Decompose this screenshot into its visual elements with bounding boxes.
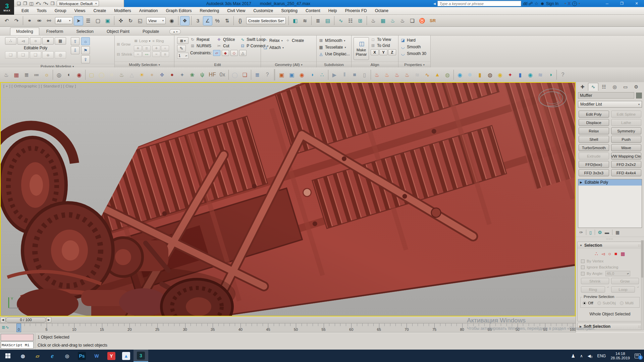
viewport[interactable]: [ + ] [ Orthographic ] [ Standard ] [ Cl… xyxy=(0,82,576,316)
clock[interactable]: 14:18 28.05.2019 xyxy=(610,352,630,360)
toggle-ribbon-button[interactable]: ▤ xyxy=(323,16,332,25)
modifier-button-shell[interactable]: Shell xyxy=(579,136,609,143)
modifier-button-push[interactable]: Push xyxy=(611,136,642,143)
favorites-star-icon[interactable]: ☆ xyxy=(535,1,539,6)
msmooth-button[interactable]: ⊞MSmooth▾ xyxy=(319,38,350,43)
menu-item[interactable]: Civil View xyxy=(223,7,249,14)
undo-icon[interactable]: ↶▾ xyxy=(36,1,41,6)
toggle-end-result-icon[interactable]: ☼ xyxy=(81,37,90,45)
selection-rollout-header[interactable]: ▼Selection∷ xyxy=(578,242,642,249)
modifier-button-ffd-3x3x3[interactable]: FFD 3x3x3 xyxy=(579,169,609,176)
maxscript-mini-listener[interactable]: MAXScript Mi xyxy=(1,342,34,349)
select-object-button[interactable]: ➤ xyxy=(74,16,83,25)
fire-preset2-icon[interactable]: ♨ xyxy=(382,69,392,80)
tube-preset-icon[interactable]: ▮ xyxy=(515,69,525,80)
named-selection-sets-dropdown[interactable]: Create Selection Se▾ xyxy=(246,17,286,24)
phoenix-fire-sim-icon[interactable]: ▣ xyxy=(277,69,287,80)
modifier-button-extrude[interactable]: Extrude xyxy=(579,153,609,160)
constraint-normal-icon[interactable]: △ xyxy=(239,50,247,56)
select-and-manipulate-button[interactable]: ❖ xyxy=(180,16,190,25)
mirror-button[interactable]: ◧ xyxy=(290,16,300,25)
pin-stack-icon[interactable]: ✑ xyxy=(579,230,583,235)
stack-item-editable-poly[interactable]: ▶Editable Poly xyxy=(578,179,642,186)
preview-subobj-radio[interactable]: SubObj xyxy=(597,301,616,305)
polygon-mode-icon[interactable]: ■ xyxy=(614,251,617,256)
modifier-button-ffd-box-[interactable]: FFD(box) xyxy=(579,161,609,168)
modifier-button-edit-poly[interactable]: Edit Poly xyxy=(579,111,609,118)
align-button[interactable]: ≋ xyxy=(300,16,310,25)
search-icon[interactable]: ☌☌ xyxy=(523,1,527,6)
soft-selection-rollout-header[interactable]: ▶Soft Selection∷ xyxy=(578,323,642,330)
object-name-field[interactable]: Muffler xyxy=(578,92,634,99)
close-button[interactable]: ✕ xyxy=(629,0,644,7)
search-input[interactable] xyxy=(437,1,521,6)
loop-shift-icon[interactable]: ≍ xyxy=(134,52,142,57)
time-slider-thumb[interactable]: 0 / 100 xyxy=(6,317,46,323)
make-planar-y-button[interactable]: Y xyxy=(379,49,387,55)
ring-shrink-icon[interactable]: ≡ xyxy=(161,46,169,51)
unlink-selection-button[interactable]: ⚮ xyxy=(35,16,44,25)
by-angle-field[interactable]: 45,0▴▾ xyxy=(605,271,630,276)
3dsmax-logo[interactable]: 3 MAX xyxy=(0,0,14,15)
previous-modifier-icon[interactable]: ⇧ xyxy=(71,37,79,45)
fire-preset1-icon[interactable]: ♨ xyxy=(372,69,382,80)
mini-curve-editor-icon[interactable]: ≣∿ xyxy=(2,325,9,330)
modifier-button-edit-spline[interactable]: Edit Spline xyxy=(611,111,642,118)
water-source-icon[interactable]: ◑ xyxy=(307,69,317,80)
modifier-button-relax[interactable]: Relax xyxy=(579,127,609,134)
sign-in-button[interactable]: ☻ Sign In ▾ xyxy=(540,1,566,6)
beer-preset-icon[interactable]: ▮ xyxy=(475,69,485,80)
modifier-button-ffd-4x4x4[interactable]: FFD 4x4x4 xyxy=(611,169,642,176)
edit-named-selection-sets-button[interactable]: {} xyxy=(235,16,245,25)
project-folder-icon[interactable]: ❒ xyxy=(50,1,54,6)
tweak-icon[interactable]: ✎ xyxy=(177,45,186,52)
ring-shift-icon[interactable]: ≍ xyxy=(152,52,160,57)
border-mode-icon[interactable]: ○ xyxy=(608,251,611,256)
taskbar-file-explorer[interactable]: ▱ xyxy=(30,350,45,362)
menu-item[interactable]: Customize xyxy=(249,7,277,14)
tab-motion[interactable]: ◎ xyxy=(609,83,620,91)
rectangular-selection-region-button[interactable]: ▢ xyxy=(93,16,103,25)
make-unique-icon[interactable]: ❂ xyxy=(598,230,602,235)
teapot2-icon[interactable]: ♨ xyxy=(117,69,127,80)
constraint-none-icon[interactable]: ▱ xyxy=(213,50,220,56)
modifier-button-uvw-mapping-clear[interactable]: UVW Mapping Clear xyxy=(611,153,642,160)
asset-library-button[interactable]: ❏ xyxy=(408,16,417,25)
menu-item[interactable]: Edit xyxy=(17,7,33,14)
rendered-frame-window-button[interactable]: ▦ xyxy=(378,16,388,25)
menu-item[interactable]: Rendering xyxy=(196,7,223,14)
sun-icon[interactable]: ☀ xyxy=(137,69,147,80)
by-vertex-checkbox[interactable]: By Vertex xyxy=(578,258,642,264)
smooth-edges-button[interactable]: ◡Smooth xyxy=(400,45,426,49)
menu-item[interactable]: Graph Editors xyxy=(162,7,196,14)
fire-preset4-icon[interactable]: ♨ xyxy=(402,69,412,80)
generate-topology-icon[interactable]: ◈ xyxy=(42,51,54,59)
menu-item[interactable]: Animation xyxy=(135,7,162,14)
scene-list-icon[interactable]: ≣ xyxy=(252,69,262,80)
show-end-result-icon[interactable]: ▯ xyxy=(589,230,592,235)
preview-off-radio[interactable]: Off xyxy=(583,301,593,305)
modifier-button-displace[interactable]: Displace xyxy=(579,119,609,126)
search-collapse-icon[interactable]: ◀ xyxy=(433,2,436,5)
material-editor-button[interactable]: ⊞ xyxy=(356,16,365,25)
ring-shift2-icon[interactable]: ≣ xyxy=(161,52,169,57)
sphere-icon[interactable]: ● xyxy=(147,69,157,80)
align-to-view-button[interactable]: □To View xyxy=(371,37,396,42)
create-button[interactable]: ✧Create xyxy=(285,38,304,43)
help-icon[interactable]: ? xyxy=(262,69,272,80)
minimize-button[interactable]: ─ xyxy=(600,0,614,7)
balls-icon[interactable]: ● xyxy=(167,69,177,80)
ribbon-tab[interactable]: Freeform xyxy=(40,27,69,35)
curve-editor-button[interactable]: ∿ xyxy=(336,16,345,25)
select-by-name-button[interactable]: ☰ xyxy=(84,16,93,25)
action-center-icon[interactable]: 1 xyxy=(635,354,641,358)
sim-pause-icon[interactable]: ‖ xyxy=(339,69,350,80)
communication-center-icon[interactable]: ☍ xyxy=(528,1,533,6)
cut-button[interactable]: ✂Cut xyxy=(217,44,235,48)
render-production-button[interactable]: ♨ xyxy=(388,16,397,25)
nurms-button[interactable]: ⊞NURMS xyxy=(190,44,211,48)
section-label[interactable]: Modify Selection▾ xyxy=(115,62,174,67)
material-editor-icon[interactable]: ▦ xyxy=(11,69,21,80)
edit-spinner-field[interactable]: 1▴▾ xyxy=(177,53,189,59)
taskbar-3dsmax[interactable]: 3 xyxy=(133,350,148,362)
